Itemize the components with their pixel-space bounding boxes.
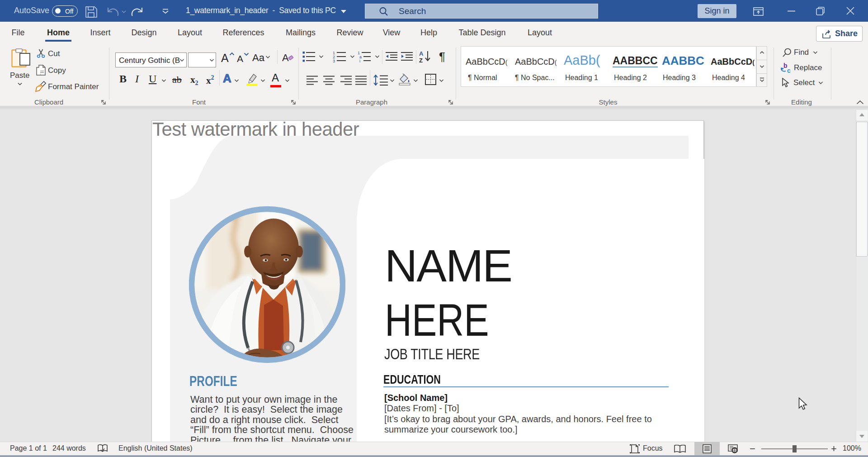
svg-text:Z: Z <box>419 57 423 63</box>
svg-text:c: c <box>787 67 791 74</box>
svg-text:3: 3 <box>333 59 335 62</box>
svg-text:i: i <box>359 59 360 62</box>
svg-text:A: A <box>419 50 424 57</box>
